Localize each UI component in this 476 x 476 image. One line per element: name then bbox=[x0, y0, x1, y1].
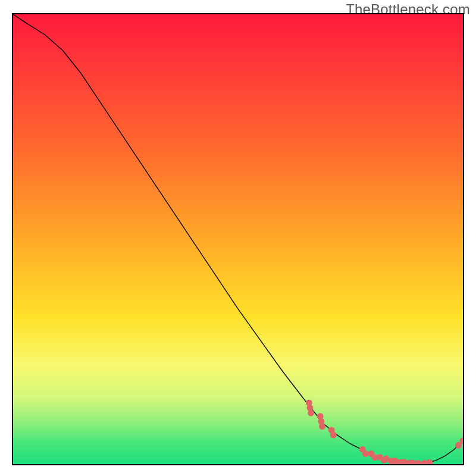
curve-svg bbox=[13, 14, 463, 464]
data-point-marker bbox=[426, 459, 433, 464]
chart-container: TheBottleneck.com bbox=[0, 0, 476, 476]
bottleneck-curve-path bbox=[13, 14, 463, 464]
data-point-marker bbox=[330, 432, 337, 439]
marker-group bbox=[306, 399, 463, 464]
data-point-marker bbox=[319, 423, 325, 430]
data-point-marker bbox=[362, 450, 369, 457]
plot-area bbox=[12, 13, 464, 465]
data-point-marker bbox=[308, 410, 314, 416]
